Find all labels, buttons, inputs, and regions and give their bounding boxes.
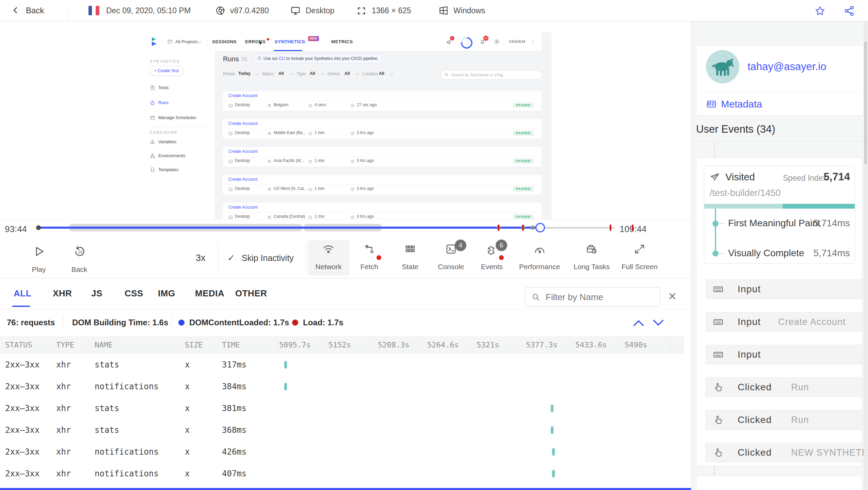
- cell-time: 317ms: [222, 354, 246, 376]
- run-name: Create Account: [228, 177, 257, 182]
- error-dot: [267, 38, 269, 40]
- network-row[interactable]: 2xx–3xxxhrstatsx381ms: [0, 397, 684, 420]
- nav-divider: [207, 36, 207, 47]
- filter-input-box[interactable]: [525, 287, 660, 307]
- console-label: Console: [429, 263, 473, 271]
- pin-icon: [267, 215, 272, 219]
- events-button[interactable]: Events6: [470, 238, 514, 278]
- section-divider: [691, 141, 868, 142]
- user-event-clicked[interactable]: ClickedNEW SYNTHETICS: [705, 443, 863, 462]
- asayer-logo-icon: [148, 36, 159, 47]
- run-name: Create Account: [228, 205, 257, 210]
- scrollbar-track[interactable]: [864, 21, 868, 490]
- event-value: Create Account: [778, 312, 846, 331]
- error-marker[interactable]: [632, 225, 633, 231]
- session-replay-window: Back Dec 09, 2020, 05:10 PM v87.0.4280 D…: [0, 0, 868, 490]
- user-event-input[interactable]: InputCreate Account: [705, 312, 863, 332]
- cell-name: notifications: [95, 441, 159, 463]
- cell-type: xhr: [56, 441, 71, 463]
- prev-event-chevron-icon[interactable]: [632, 318, 645, 327]
- replay-stage[interactable]: All Projects 1 33: [0, 21, 691, 219]
- pin-icon: [267, 187, 272, 192]
- run-device: Desktop: [235, 214, 250, 219]
- timer-icon: [308, 187, 312, 192]
- sidebar-item-tests: Tests: [143, 84, 215, 92]
- visited-card[interactable]: Visited Speed Index 5,714 /test-builder/…: [704, 166, 855, 264]
- sidebar-divider: [149, 127, 209, 127]
- network-tab-all[interactable]: ALL: [14, 278, 31, 308]
- play-button[interactable]: Play: [29, 241, 49, 276]
- error-marker[interactable]: [522, 225, 524, 231]
- recorded-sidebar: SYNTHETICS + Create Test TestsRunsManage…: [143, 51, 215, 219]
- network-tab-other[interactable]: OTHER: [235, 278, 267, 308]
- network-tab-css[interactable]: CSS: [125, 278, 143, 308]
- scrollbar-thumb[interactable]: [864, 42, 867, 164]
- run-duration: 1 min: [315, 158, 324, 163]
- timeline-track-remaining[interactable]: [540, 227, 614, 229]
- chevron-down-icon: [390, 72, 393, 75]
- back-10-button[interactable]: 10 Back: [69, 241, 90, 276]
- long-tasks-button[interactable]: Long Tasks: [569, 238, 614, 278]
- monitor-icon: [228, 187, 233, 192]
- recorded-app-frame: All Projects 1 33: [143, 32, 551, 219]
- cell-status: 2xx–3xx: [5, 419, 39, 441]
- event-dot[interactable]: [531, 226, 535, 230]
- network-row[interactable]: 2xx–3xxxhrstatsx317ms: [0, 354, 684, 376]
- active-tab-underline: [12, 306, 30, 307]
- cell-time: 381ms: [222, 397, 246, 419]
- cell-size: x: [185, 419, 190, 441]
- user-event-input[interactable]: Input: [705, 345, 863, 364]
- network-row[interactable]: 2xx–3xxxhrnotificationsx407ms: [0, 463, 684, 485]
- network-tab-img[interactable]: IMG: [158, 278, 175, 308]
- favorite-star-icon[interactable]: [814, 5, 826, 17]
- network-row[interactable]: 2xx–3xxxhrnotificationsx384ms: [0, 376, 684, 398]
- event-label: Input: [738, 312, 761, 331]
- filter-input[interactable]: [545, 289, 655, 305]
- network-row[interactable]: 2xx–3xxxhrstatsx368ms: [0, 419, 684, 441]
- full-screen-button[interactable]: Full Screen: [617, 238, 662, 278]
- timeline-track-played[interactable]: [38, 227, 540, 229]
- filter-value-period: Today: [238, 71, 251, 76]
- run-location: Middle East (Ba...: [274, 130, 306, 135]
- share-icon[interactable]: [843, 5, 855, 17]
- paper-plane-icon: [710, 172, 720, 182]
- time-column-header: 5433.6s: [575, 336, 607, 354]
- console-button[interactable]: Console4: [429, 238, 473, 278]
- cell-size: x: [185, 354, 190, 376]
- user-event-input[interactable]: Input: [705, 279, 863, 299]
- metric-dot: [712, 250, 719, 257]
- full-screen-icon: [633, 243, 646, 255]
- next-event-card-partial[interactable]: [696, 476, 862, 490]
- network-row[interactable]: 2xx–3xxxhrnotificationsx426ms: [0, 441, 684, 463]
- sidebar-item-variables: Variables: [143, 138, 215, 146]
- events-label: Events: [470, 263, 514, 271]
- network-tab-xhr[interactable]: XHR: [53, 278, 72, 308]
- run-device: Desktop: [235, 186, 250, 191]
- hyena-avatar-icon: [709, 55, 736, 78]
- network-button[interactable]: Network: [306, 238, 351, 278]
- time-column-header: 5490s: [625, 336, 647, 354]
- template-icon: [150, 167, 155, 173]
- event-label: Clicked: [738, 443, 772, 462]
- recorded-nav-bar: All Projects 1 33: [143, 32, 551, 51]
- speed-button[interactable]: 3x: [196, 238, 206, 278]
- performance-button[interactable]: Performance: [517, 238, 562, 278]
- fetch-button[interactable]: Fetch: [347, 238, 391, 278]
- user-event-clicked[interactable]: ClickedRun: [705, 410, 863, 430]
- skip-inactivity-label: Skip Inactivity: [242, 238, 294, 278]
- state-button[interactable]: State: [388, 238, 432, 278]
- network-tab-js[interactable]: JS: [91, 278, 102, 308]
- event-group-card: Visited Speed Index 5,714 /test-builder/…: [696, 158, 862, 466]
- user-email: tahay@asayer.io: [748, 61, 826, 73]
- nav-divider: [504, 36, 504, 47]
- user-event-clicked[interactable]: ClickedRun: [705, 377, 863, 397]
- error-marker[interactable]: [610, 225, 611, 231]
- cell-type: xhr: [56, 354, 71, 376]
- top-bar: Back Dec 09, 2020, 05:10 PM v87.0.4280 D…: [0, 0, 868, 21]
- close-panel-button[interactable]: ×: [664, 289, 680, 304]
- nav-divider: [459, 36, 459, 47]
- timeline-scrubber[interactable]: [535, 223, 545, 232]
- error-marker[interactable]: [498, 225, 499, 231]
- network-tab-media[interactable]: MEDIA: [195, 278, 224, 308]
- next-event-chevron-icon[interactable]: [652, 318, 664, 327]
